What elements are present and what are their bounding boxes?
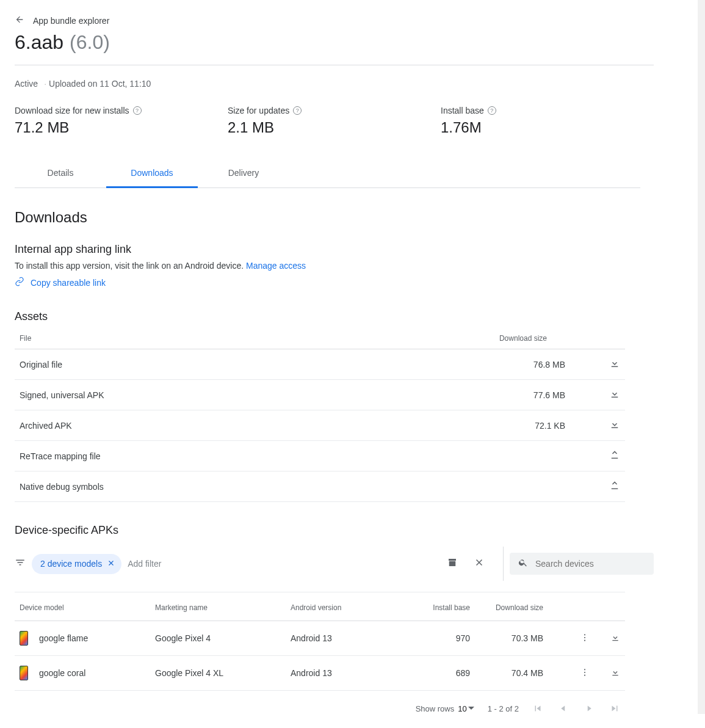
column-marketing-name: Marketing name bbox=[155, 603, 291, 612]
title-version: (6.0) bbox=[70, 31, 110, 54]
stat-label: Download size for new installs bbox=[15, 106, 129, 115]
stat-value: 2.1 MB bbox=[228, 119, 441, 136]
divider bbox=[15, 65, 654, 65]
scrollbar[interactable] bbox=[698, 0, 705, 714]
asset-file: Signed, universal APK bbox=[20, 390, 492, 400]
marketing-name: Google Pixel 4 bbox=[155, 633, 291, 643]
assets-table: File Download size Original file76.8 MBS… bbox=[15, 328, 625, 502]
stat-value: 1.76M bbox=[441, 119, 654, 136]
help-icon[interactable]: ? bbox=[488, 106, 496, 115]
help-icon[interactable]: ? bbox=[293, 106, 302, 115]
column-android-version: Android version bbox=[291, 603, 400, 612]
install-base: 970 bbox=[400, 633, 470, 643]
download-size: 70.3 MB bbox=[476, 633, 543, 643]
android-version: Android 13 bbox=[291, 668, 400, 678]
svg-point-1 bbox=[584, 636, 585, 638]
asset-size: 77.6 MB bbox=[492, 390, 565, 400]
assets-heading: Assets bbox=[15, 310, 654, 323]
column-device-model: Device model bbox=[20, 603, 155, 612]
device-model: google flame bbox=[20, 631, 155, 646]
stat-install-base: Install base ? 1.76M bbox=[441, 106, 654, 136]
downloads-heading: Downloads bbox=[15, 209, 654, 226]
device-filter-bar: 2 device models Add filter bbox=[15, 547, 654, 592]
add-filter-button[interactable]: Add filter bbox=[128, 559, 161, 569]
manage-access-link[interactable]: Manage access bbox=[246, 261, 306, 271]
marketing-name: Google Pixel 4 XL bbox=[155, 668, 291, 678]
svg-point-0 bbox=[584, 634, 585, 635]
device-table: Device model Marketing name Android vers… bbox=[15, 592, 625, 691]
meta-line: Active Uploaded on 11 Oct, 11:10 bbox=[15, 79, 654, 89]
chip-remove-icon[interactable] bbox=[107, 559, 115, 569]
filter-icon[interactable] bbox=[15, 557, 26, 570]
upload-icon[interactable] bbox=[609, 480, 620, 491]
more-icon[interactable] bbox=[580, 668, 590, 679]
tabs: Details Downloads Delivery bbox=[15, 159, 640, 188]
download-icon[interactable] bbox=[609, 388, 620, 399]
svg-point-4 bbox=[584, 671, 585, 672]
copy-shareable-link-button[interactable]: Copy shareable link bbox=[15, 277, 654, 288]
svg-point-3 bbox=[584, 669, 585, 670]
upload-icon[interactable] bbox=[609, 450, 620, 460]
asset-row: Signed, universal APK77.6 MB bbox=[15, 380, 625, 410]
clear-icon[interactable] bbox=[474, 557, 485, 570]
download-icon[interactable] bbox=[609, 419, 620, 430]
search-devices-input[interactable] bbox=[510, 553, 654, 575]
asset-row: Native debug symbols bbox=[15, 471, 625, 502]
next-page-icon[interactable] bbox=[584, 703, 595, 714]
chip-label: 2 device models bbox=[40, 559, 102, 569]
divider bbox=[503, 547, 504, 581]
asset-row: ReTrace mapping file bbox=[15, 441, 625, 471]
copy-link-label: Copy shareable link bbox=[31, 278, 106, 288]
last-page-icon[interactable] bbox=[609, 703, 620, 714]
device-model: google coral bbox=[20, 666, 155, 680]
asset-size: 76.8 MB bbox=[492, 360, 565, 369]
search-input-field[interactable] bbox=[534, 558, 645, 569]
asset-file: ReTrace mapping file bbox=[20, 451, 492, 461]
uploaded-date: Uploaded on 11 Oct, 11:10 bbox=[42, 79, 151, 89]
pagination-range: 1 - 2 of 2 bbox=[488, 704, 519, 713]
download-icon[interactable] bbox=[610, 668, 620, 679]
asset-size: 72.1 KB bbox=[492, 421, 565, 431]
breadcrumb-label: App bundle explorer bbox=[33, 16, 109, 26]
back-arrow-icon[interactable] bbox=[15, 15, 24, 26]
column-download-size: Download size bbox=[476, 603, 543, 612]
device-row: google coralGoogle Pixel 4 XLAndroid 136… bbox=[15, 656, 625, 691]
tab-downloads[interactable]: Downloads bbox=[106, 159, 198, 188]
show-rows-label: Show rows bbox=[416, 704, 455, 713]
download-icon[interactable] bbox=[610, 633, 620, 644]
asset-row: Archived APK72.1 KB bbox=[15, 410, 625, 441]
sharing-text: To install this app version, visit the l… bbox=[15, 261, 244, 271]
phone-icon bbox=[20, 666, 28, 680]
more-icon[interactable] bbox=[580, 633, 590, 644]
device-row: google flameGoogle Pixel 4Android 139707… bbox=[15, 621, 625, 656]
pagination: Show rows 10 1 - 2 of 2 bbox=[15, 691, 625, 714]
rows-value: 10 bbox=[458, 704, 466, 713]
filter-chip-device-models[interactable]: 2 device models bbox=[32, 554, 121, 574]
download-icon[interactable] bbox=[609, 358, 620, 369]
asset-row: Original file76.8 MB bbox=[15, 349, 625, 380]
asset-file: Original file bbox=[20, 360, 492, 369]
column-install-base: Install base bbox=[400, 603, 470, 612]
stat-download-new: Download size for new installs ? 71.2 MB bbox=[15, 106, 228, 136]
asset-file: Archived APK bbox=[20, 421, 492, 431]
status-badge: Active bbox=[15, 79, 38, 89]
tab-details[interactable]: Details bbox=[15, 159, 106, 187]
install-base: 689 bbox=[400, 668, 470, 678]
tab-delivery[interactable]: Delivery bbox=[198, 159, 289, 187]
asset-file: Native debug symbols bbox=[20, 482, 492, 492]
archive-icon[interactable] bbox=[447, 557, 458, 570]
device-apks-heading: Device-specific APKs bbox=[15, 524, 654, 537]
search-icon bbox=[518, 558, 528, 570]
stat-value: 71.2 MB bbox=[15, 119, 228, 136]
download-size: 70.4 MB bbox=[476, 668, 543, 678]
help-icon[interactable]: ? bbox=[133, 106, 142, 115]
page-title: 6.aab (6.0) bbox=[15, 31, 654, 54]
stat-label: Install base bbox=[441, 106, 484, 115]
link-icon bbox=[15, 277, 24, 288]
first-page-icon[interactable] bbox=[532, 703, 543, 714]
svg-point-2 bbox=[584, 639, 585, 641]
breadcrumb[interactable]: App bundle explorer bbox=[15, 15, 654, 26]
rows-per-page-select[interactable]: 10 bbox=[458, 704, 474, 713]
svg-point-5 bbox=[584, 674, 585, 675]
prev-page-icon[interactable] bbox=[558, 703, 569, 714]
